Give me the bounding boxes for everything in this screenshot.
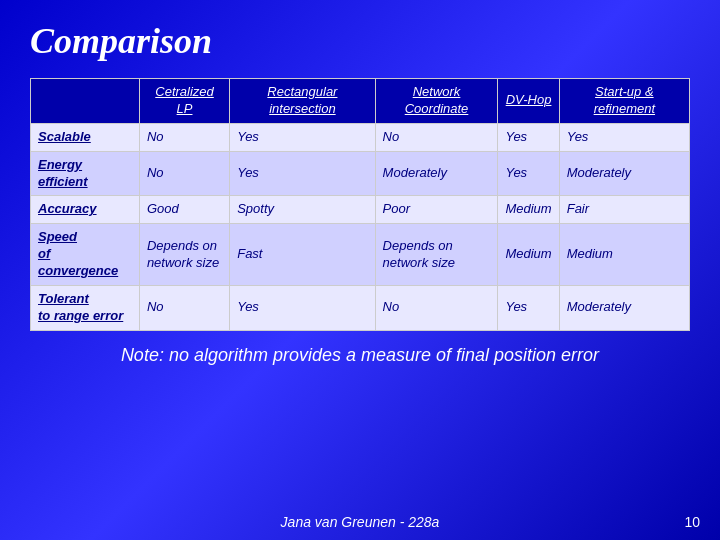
header-dv-hop: DV-Hop (498, 79, 559, 124)
table-row: AccuracyGoodSpottyPoorMediumFair (31, 196, 690, 224)
page-number: 10 (684, 514, 700, 530)
row-cell: Spotty (230, 196, 375, 224)
slide: Comparison Cetralized LP Rectangular int… (0, 0, 720, 540)
row-cell: Medium (498, 196, 559, 224)
row-cell: No (139, 123, 229, 151)
slide-title: Comparison (30, 20, 690, 62)
row-label: Speedof convergence (31, 224, 140, 286)
footer-text: Jana van Greunen - 228a (281, 514, 440, 530)
row-cell: Yes (559, 123, 689, 151)
row-cell: Fair (559, 196, 689, 224)
row-label: Scalable (31, 123, 140, 151)
row-cell: No (139, 286, 229, 331)
note-text: Note: no algorithm provides a measure of… (30, 345, 690, 366)
header-rectangular-intersection: Rectangular intersection (230, 79, 375, 124)
table-row: Speedof convergenceDepends onnetwork siz… (31, 224, 690, 286)
row-cell: Moderately (559, 151, 689, 196)
row-label: Tolerantto range error (31, 286, 140, 331)
row-cell: Moderately (559, 286, 689, 331)
table-row: Tolerantto range errorNoYesNoYesModerate… (31, 286, 690, 331)
footer: Jana van Greunen - 228a (0, 514, 720, 530)
row-cell: Medium (559, 224, 689, 286)
row-cell: No (139, 151, 229, 196)
header-startup-refinement: Start-up & refinement (559, 79, 689, 124)
table-header-row: Cetralized LP Rectangular intersection N… (31, 79, 690, 124)
comparison-table: Cetralized LP Rectangular intersection N… (30, 78, 690, 331)
table-row: EnergyefficientNoYesModeratelyYesModerat… (31, 151, 690, 196)
row-label: Energyefficient (31, 151, 140, 196)
table-row: ScalableNoYesNoYesYes (31, 123, 690, 151)
row-cell: Moderately (375, 151, 498, 196)
row-cell: Yes (230, 286, 375, 331)
row-cell: Yes (498, 151, 559, 196)
row-cell: Yes (498, 123, 559, 151)
row-cell: Yes (230, 123, 375, 151)
header-cetralized-lp: Cetralized LP (139, 79, 229, 124)
row-cell: Yes (230, 151, 375, 196)
row-cell: No (375, 123, 498, 151)
row-cell: Medium (498, 224, 559, 286)
row-cell: Depends onnetwork size (139, 224, 229, 286)
comparison-table-container: Cetralized LP Rectangular intersection N… (30, 78, 690, 331)
row-cell: No (375, 286, 498, 331)
header-empty (31, 79, 140, 124)
row-cell: Fast (230, 224, 375, 286)
row-cell: Poor (375, 196, 498, 224)
row-cell: Good (139, 196, 229, 224)
row-cell: Yes (498, 286, 559, 331)
header-network-coordinate: Network Coordinate (375, 79, 498, 124)
row-label: Accuracy (31, 196, 140, 224)
row-cell: Depends onnetwork size (375, 224, 498, 286)
